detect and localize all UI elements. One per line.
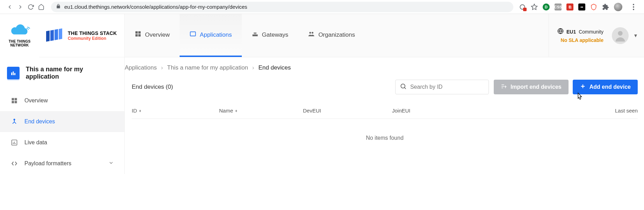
ext-shield-icon[interactable] (590, 3, 597, 10)
import-icon (501, 83, 507, 91)
sidebar-overview-label: Overview (24, 97, 48, 104)
svg-rect-3 (50, 30, 54, 41)
top-nav: Overview Applications Gateways Organizat… (125, 14, 365, 57)
sidebar-item-payload-formatters[interactable]: Payload formatters (0, 153, 124, 174)
stack-title: THE THINGS STACK (68, 30, 117, 36)
th-joineui[interactable]: JoinEUI (392, 108, 596, 114)
plus-icon (580, 83, 586, 91)
cloud-icon (9, 24, 30, 38)
nav-forward-button[interactable] (16, 3, 24, 11)
svg-rect-5 (59, 28, 62, 39)
nav-organizations[interactable]: Organizations (298, 14, 365, 57)
svg-point-12 (309, 32, 311, 34)
svg-rect-21 (12, 101, 14, 103)
svg-rect-22 (15, 101, 17, 103)
browser-menu-button[interactable] (630, 4, 637, 10)
sidebar-item-end-devices[interactable]: End devices (0, 111, 124, 132)
nav-gateways[interactable]: Gateways (242, 14, 298, 57)
profile-avatar-small[interactable] (614, 3, 622, 11)
nav-gateways-label: Gateways (262, 31, 289, 38)
nav-applications[interactable]: Applications (180, 14, 242, 57)
sidebar: This a name for my application Overview … (0, 57, 125, 174)
books-icon (45, 28, 64, 43)
logo-line1: THE THINGS (9, 39, 31, 43)
chevron-down-icon (108, 160, 114, 167)
import-button[interactable]: Import end devices (494, 80, 569, 94)
extensions-puzzle-icon[interactable] (602, 3, 609, 10)
svg-rect-18 (14, 73, 15, 75)
app-header: THE THINGSNETWORK THE THINGS STACK Commu… (0, 14, 644, 57)
nav-home-button[interactable] (37, 3, 45, 11)
live-data-icon (10, 139, 18, 146)
th-deveui[interactable]: DevEUI (303, 108, 392, 114)
bc-app[interactable]: This a name for my application (167, 64, 248, 71)
page-title: End devices (0) (132, 84, 173, 90)
url-text: eu1.cloud.thethings.network/console/appl… (64, 4, 247, 10)
sidebar-payload-label: Payload formatters (24, 160, 71, 167)
svg-rect-6 (136, 31, 138, 34)
svg-rect-8 (136, 34, 138, 37)
nav-overview-label: Overview (145, 31, 170, 38)
table-header: ID♦ Name♦ DevEUI JoinEUI Last seen (132, 103, 638, 119)
ext-css-icon[interactable]: CSS (555, 3, 562, 10)
region-block[interactable]: EU1 Community No SLA applicable (549, 28, 603, 43)
applications-icon (189, 30, 196, 39)
star-icon[interactable] (531, 3, 538, 10)
region-label: Community (579, 29, 603, 35)
search-icon (400, 83, 407, 91)
svg-rect-4 (55, 29, 58, 40)
user-menu[interactable]: ▾ (612, 27, 637, 44)
sort-icon: ♦ (139, 108, 141, 113)
cursor-icon (576, 92, 583, 101)
logo-line2: NETWORK (10, 43, 29, 47)
sidebar-end-devices-label: End devices (24, 118, 55, 125)
ttn-logo[interactable]: THE THINGSNETWORK (0, 14, 39, 57)
add-label: Add end device (589, 84, 631, 90)
stack-logo[interactable]: THE THINGS STACK Community Edition (39, 14, 125, 57)
search-input[interactable] (410, 84, 484, 90)
svg-rect-20 (15, 98, 17, 101)
svg-rect-17 (13, 72, 14, 75)
th-name[interactable]: Name♦ (219, 108, 303, 114)
search-box[interactable] (395, 80, 489, 94)
empty-state: No items found (132, 119, 638, 157)
sidebar-item-overview[interactable]: Overview (0, 90, 124, 111)
dashboard-icon (135, 30, 142, 39)
sidebar-live-data-label: Live data (24, 139, 47, 146)
svg-rect-2 (46, 30, 50, 42)
svg-rect-27 (15, 143, 16, 144)
nav-overview[interactable]: Overview (125, 14, 180, 57)
svg-point-13 (312, 32, 313, 34)
svg-point-28 (401, 84, 405, 88)
nav-organizations-label: Organizations (318, 31, 355, 38)
sidebar-app-name: This a name for my application (26, 66, 117, 80)
address-bar[interactable]: eu1.cloud.thethings.network/console/appl… (51, 2, 513, 12)
bc-applications[interactable]: Applications (125, 64, 157, 71)
app-tile-icon (7, 67, 20, 79)
svg-rect-9 (138, 34, 141, 37)
gateways-icon (252, 30, 259, 39)
ext-red-icon[interactable]: ⎘ (566, 3, 573, 10)
nav-back-button[interactable] (6, 3, 14, 11)
sidebar-app-title[interactable]: This a name for my application (0, 57, 124, 90)
main-content: Applications › This a name for my applic… (125, 57, 644, 174)
th-last-seen[interactable]: Last seen (596, 108, 638, 114)
ext-green-icon[interactable]: D (543, 3, 550, 10)
ext-translate-icon[interactable] (519, 3, 526, 10)
ext-black-icon[interactable]: •• (578, 3, 585, 10)
sort-icon: ♦ (235, 108, 237, 113)
import-label: Import end devices (511, 84, 562, 90)
bc-end-devices: End devices (259, 64, 291, 71)
avatar-icon (612, 27, 629, 44)
globe-icon (557, 28, 564, 35)
nav-reload-button[interactable] (27, 3, 35, 11)
organizations-icon (308, 30, 315, 39)
devices-table: ID♦ Name♦ DevEUI JoinEUI Last seen No it… (132, 103, 638, 157)
svg-marker-1 (531, 4, 537, 9)
sidebar-item-live-data[interactable]: Live data (0, 132, 124, 153)
svg-point-15 (618, 31, 622, 35)
nav-applications-label: Applications (200, 31, 232, 38)
region-sla: No SLA applicable (557, 37, 603, 43)
add-device-button[interactable]: Add end device (573, 80, 638, 94)
th-id[interactable]: ID♦ (132, 108, 219, 114)
